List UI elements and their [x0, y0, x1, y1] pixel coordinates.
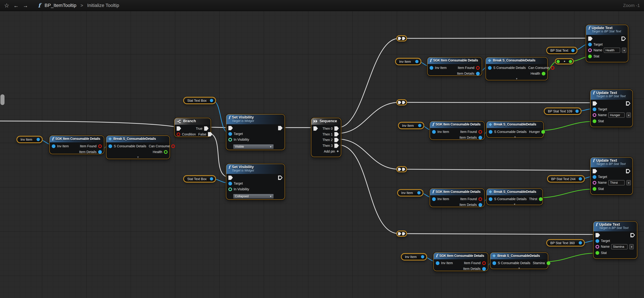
reroute-node-exec[interactable] [396, 35, 407, 41]
pin-target[interactable]: Target [593, 175, 607, 179]
expand-pins-button[interactable]: ▼ [487, 203, 543, 206]
node-update-text-stamina[interactable]: f Update Text Target is BP Stat Text Tar… [593, 221, 638, 259]
pin-item-found[interactable]: Item Found [458, 66, 480, 70]
wire-stamina-stat4[interactable] [545, 253, 596, 262]
pin-exec-in[interactable] [398, 232, 401, 235]
pin-false[interactable]: False [198, 132, 212, 136]
pin-exec-out[interactable] [622, 36, 626, 41]
pin-item-found[interactable]: Item Found [464, 261, 486, 265]
pin-exec-out[interactable] [402, 168, 405, 171]
variable-node-inv-item[interactable]: Inv Item [401, 253, 427, 261]
pin-target[interactable]: Target [596, 239, 610, 243]
pin-stat[interactable]: Stat [593, 187, 604, 191]
object-pin-icon[interactable] [571, 49, 574, 52]
node-branch[interactable]: Branch True Condition False [174, 118, 211, 137]
reroute-node-exec[interactable] [396, 166, 407, 172]
pin-target[interactable]: Target [228, 182, 243, 185]
pin-exec-out[interactable] [402, 101, 405, 104]
pin-health[interactable]: Health [530, 72, 546, 75]
pin-s-consumable-details[interactable]: S Consumable Details [489, 130, 526, 134]
expand-pins-button[interactable]: ▼ [486, 77, 547, 81]
node-set-visibility-collapsed[interactable]: f Set Visibility Target is Widget Target… [226, 164, 285, 200]
pin-item-found[interactable]: Item Found [80, 144, 102, 148]
pin-item-details[interactable]: Item Details [457, 72, 480, 75]
graph-canvas[interactable]: Inv Item f SGK Item Consumable Details I… [0, 11, 644, 298]
object-pin-icon[interactable] [210, 99, 213, 102]
variable-node-stat-text-box[interactable]: Stat Text Box [183, 175, 216, 183]
name-value-field[interactable]: Health [604, 47, 620, 53]
pin-exec-in[interactable] [398, 101, 401, 104]
pin-target[interactable]: Target [593, 107, 607, 111]
wire-exec-reroute3-update3[interactable] [404, 169, 594, 170]
wire-exec-then3-reroute4[interactable] [338, 145, 399, 234]
pin-condition[interactable]: Condition [177, 132, 196, 136]
pin-inv-item[interactable]: Inv Item [432, 130, 449, 134]
wire-thirst-stat3[interactable] [539, 189, 594, 198]
pin-inv-item[interactable]: Inv Item [432, 197, 449, 201]
name-dropdown-button[interactable]: ▼ [626, 180, 631, 185]
forward-button[interactable]: → [23, 2, 28, 8]
pin-target[interactable]: Target [588, 42, 602, 46]
node-sgk-item-consumable-details[interactable]: fSGK Item Consumable Details Inv Item It… [430, 188, 485, 207]
pin-exec-in[interactable] [398, 168, 401, 171]
object-pin-icon[interactable] [575, 110, 578, 113]
visibility-dropdown[interactable]: Visible ▼ [233, 144, 274, 149]
pin-then-2[interactable]: Then 2 [322, 138, 339, 142]
pin-in-visibility[interactable]: In Visibility [228, 138, 249, 141]
add-pin-button[interactable]: Add pin+ [324, 149, 339, 153]
node-break-consumable-details[interactable]: Break S_ConsumableDetails S Consumable D… [486, 121, 544, 138]
visibility-dropdown[interactable]: Collapsed ▼ [233, 194, 274, 199]
object-pin-icon[interactable] [579, 241, 582, 245]
reroute-node-float[interactable] [555, 58, 574, 64]
pin-inv-item[interactable]: Inv Item [436, 261, 453, 265]
pin-exec-in[interactable] [228, 175, 233, 180]
pin-inv-item[interactable]: Inv Item [52, 144, 69, 148]
pin-exec-in[interactable] [314, 126, 318, 131]
pin-exec-out[interactable] [626, 101, 630, 106]
pin-health[interactable]: Health [153, 150, 168, 154]
variable-node-bp-stat-text[interactable]: BP Stat Text [546, 47, 578, 54]
pin-exec-out[interactable] [402, 232, 405, 235]
pin-exec-in[interactable] [588, 36, 593, 41]
pin-exec-out[interactable] [402, 37, 405, 40]
node-set-visibility-visible[interactable]: f Set Visibility Target is Widget Target… [226, 114, 285, 150]
node-break-consumable-details[interactable]: Break S_ConsumableDetails S Consumable D… [490, 252, 548, 269]
pin-item-details[interactable]: Item Details [79, 150, 102, 154]
pin-stat[interactable]: Stat [593, 119, 604, 123]
pin-target[interactable]: Target [228, 132, 243, 136]
object-pin-icon[interactable] [415, 60, 418, 63]
wire-exec-reroute4-update4[interactable] [404, 234, 596, 235]
variable-node-inv-item[interactable]: Inv Item [397, 189, 424, 197]
pin-exec-out[interactable] [626, 169, 630, 173]
pin-item-found[interactable]: Item Found [460, 130, 482, 134]
wire-exec-then0-reroute1[interactable] [338, 38, 399, 128]
wire-exec-then1-reroute2[interactable] [338, 102, 399, 133]
wire-hunger-stat2[interactable] [540, 121, 594, 130]
pin-true[interactable]: True [196, 126, 208, 131]
back-button[interactable]: ← [14, 2, 19, 8]
object-pin-icon[interactable] [36, 138, 40, 141]
node-sgk-item-consumable-details[interactable]: fSGK Item Consumable Details Inv Item It… [430, 121, 485, 140]
vertical-scrollbar-thumb[interactable] [0, 94, 4, 105]
pin-name[interactable]: Name Thirst ▼ [593, 180, 631, 185]
node-break-consumable-details[interactable]: Break S_ConsumableDetails S Consumable D… [486, 188, 543, 205]
pin-s-consumable-details[interactable]: S Consumable Details [492, 261, 530, 265]
pin-name[interactable]: Name Stamina ▼ [596, 244, 634, 249]
pin-exec-in[interactable] [398, 37, 401, 40]
pin-can-consume[interactable]: Can Consume [528, 66, 554, 70]
variable-node-bp-stat-text-109[interactable]: BP Stat Text 109 [544, 107, 582, 115]
node-sequence[interactable]: Sequence Then 0 Then 1 Then 2 Then 3 Add… [311, 118, 341, 157]
pin-name[interactable]: Name Health ▼ [588, 47, 626, 53]
node-update-text-thirst[interactable]: f Update Text Target is BP Stat Text Tar… [590, 157, 633, 195]
variable-node-stat-text-box[interactable]: Stat Text Box [183, 97, 216, 104]
pin-stat[interactable]: Stat [596, 251, 607, 255]
pin-s-consumable-details[interactable]: S Consumable Details [489, 197, 526, 201]
pin-thirst[interactable]: Thirst [529, 197, 543, 201]
pin-exec-in[interactable] [228, 126, 233, 130]
wire-exec-reroute2-update2[interactable] [404, 102, 594, 103]
pin-then-3[interactable]: Then 3 [322, 143, 339, 148]
pin-inv-item[interactable]: Inv Item [430, 66, 446, 70]
pin-stamina[interactable]: Stamina [533, 261, 550, 265]
pin-then-0[interactable]: Then 0 [322, 126, 339, 131]
expand-pins-button[interactable]: ▼ [106, 156, 170, 159]
